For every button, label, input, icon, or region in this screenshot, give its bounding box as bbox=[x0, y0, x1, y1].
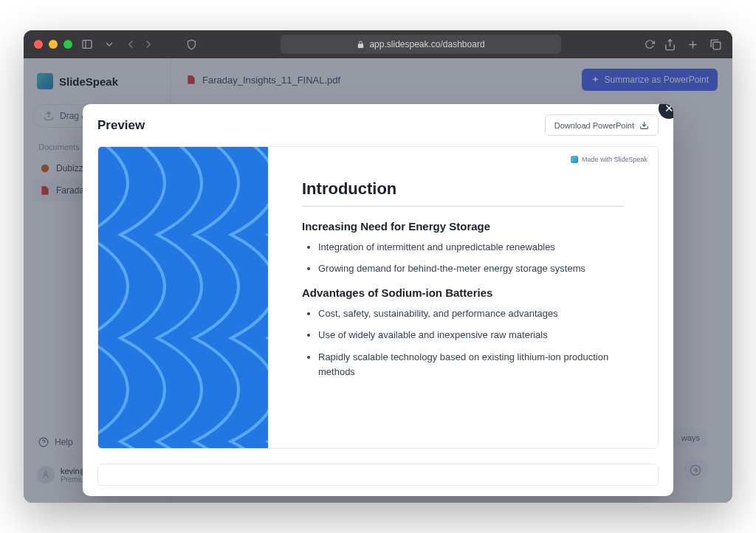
reload-icon[interactable] bbox=[645, 39, 655, 49]
list-item: Cost, safety, sustainability, and perfor… bbox=[318, 306, 624, 321]
slide-content: Made with SlideSpeak Introduction Increa… bbox=[268, 147, 658, 448]
sidebar-toggle-icon[interactable] bbox=[81, 38, 93, 50]
maximize-window-icon[interactable] bbox=[63, 40, 72, 49]
slide-list-2: Cost, safety, sustainability, and perfor… bbox=[302, 306, 624, 379]
url-text: app.slidespeak.co/dashboard bbox=[369, 39, 484, 49]
svg-rect-0 bbox=[83, 41, 92, 49]
back-icon[interactable] bbox=[124, 38, 137, 51]
preview-modal: ✕ Preview Download PowerPoint bbox=[83, 104, 673, 496]
slide-title: Introduction bbox=[302, 179, 624, 207]
slidespeak-logo-icon bbox=[571, 156, 578, 163]
slide-subheading-1: Increasing Need for Energy Storage bbox=[302, 220, 624, 233]
tabs-icon[interactable] bbox=[709, 38, 722, 51]
slide-preview: Made with SlideSpeak Introduction Increa… bbox=[97, 146, 659, 449]
titlebar: app.slidespeak.co/dashboard bbox=[24, 30, 732, 58]
modal-overlay[interactable]: ✕ Preview Download PowerPoint bbox=[24, 58, 732, 503]
forward-icon[interactable] bbox=[142, 38, 155, 51]
share-icon[interactable] bbox=[664, 38, 676, 51]
slide-graphic bbox=[98, 147, 268, 448]
download-icon bbox=[639, 120, 649, 130]
lock-icon bbox=[357, 41, 365, 49]
modal-header: Preview Download PowerPoint bbox=[83, 104, 673, 146]
plus-icon[interactable] bbox=[687, 38, 699, 51]
slide-subheading-2: Advantages of Sodium-ion Batteries bbox=[302, 286, 624, 299]
tab-controls bbox=[81, 38, 115, 50]
svg-rect-5 bbox=[713, 41, 721, 49]
close-window-icon[interactable] bbox=[34, 40, 43, 49]
list-item: Rapidly scalable technology based on exi… bbox=[318, 350, 624, 379]
nav-arrows bbox=[124, 38, 155, 51]
made-with-label: Made with SlideSpeak bbox=[582, 156, 647, 163]
download-powerpoint-button[interactable]: Download PowerPoint bbox=[545, 114, 659, 136]
slide-list-1: Integration of intermittent and unpredic… bbox=[302, 240, 624, 276]
shield-icon[interactable] bbox=[186, 39, 197, 50]
minimize-window-icon[interactable] bbox=[49, 40, 58, 49]
url-bar[interactable]: app.slidespeak.co/dashboard bbox=[281, 35, 561, 54]
modal-footer-input[interactable] bbox=[97, 464, 659, 486]
wave-pattern-icon bbox=[98, 147, 268, 448]
traffic-lights bbox=[34, 40, 72, 49]
download-label: Download PowerPoint bbox=[554, 121, 634, 130]
list-item: Growing demand for behind-the-meter ener… bbox=[318, 261, 624, 276]
made-with-badge: Made with SlideSpeak bbox=[571, 156, 647, 163]
list-item: Integration of intermittent and unpredic… bbox=[318, 240, 624, 255]
app-root: SlideSpeak Drag & d Documents Dubizzle F… bbox=[24, 58, 732, 503]
modal-title: Preview bbox=[97, 118, 145, 133]
browser-window: app.slidespeak.co/dashboard SlideSpeak D… bbox=[24, 30, 732, 503]
chevron-down-icon[interactable] bbox=[103, 38, 115, 50]
list-item: Use of widely available and inexpensive … bbox=[318, 328, 624, 343]
titlebar-right bbox=[664, 38, 722, 51]
